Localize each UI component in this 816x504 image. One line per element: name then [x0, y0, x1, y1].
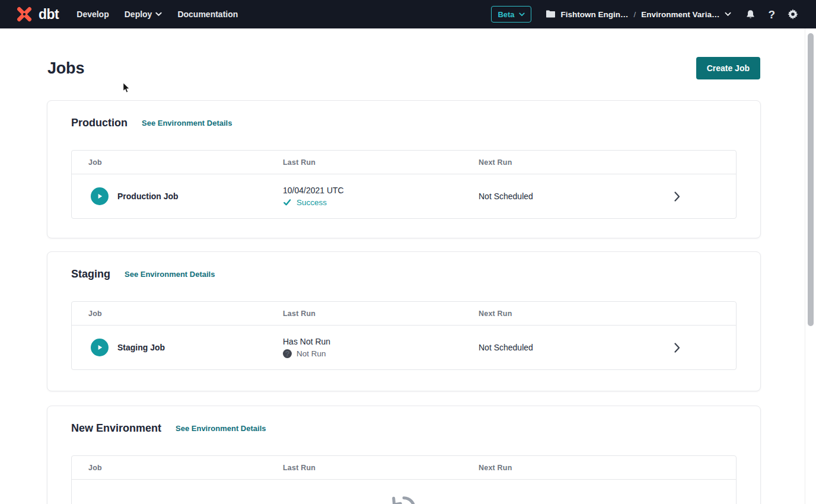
vertical-scrollbar-thumb[interactable]	[808, 33, 814, 326]
see-environment-details-link[interactable]: See Environment Details	[125, 270, 215, 279]
chevron-right-icon	[674, 343, 680, 353]
next-run-value: Not Scheduled	[462, 343, 674, 352]
last-run-status: ? Not Run	[283, 349, 462, 358]
chevron-down-icon	[155, 12, 162, 17]
create-job-button[interactable]: Create Job	[696, 57, 760, 79]
nav-item-documentation[interactable]: Documentation	[177, 9, 238, 19]
row-expand[interactable]	[674, 343, 736, 353]
chevron-down-icon	[519, 12, 525, 17]
column-header-last-run: Last Run	[266, 158, 462, 167]
column-header-job: Job	[72, 310, 266, 318]
run-job-play-button[interactable]	[91, 187, 109, 205]
environment-card-new-environment: New Environment See Environment Details …	[47, 406, 761, 504]
run-job-play-button[interactable]	[91, 339, 109, 356]
project-breadcrumb[interactable]: Fishtown Engin… / Environment Varia…	[546, 10, 732, 19]
jobs-table: Job Last Run Next Run	[71, 455, 737, 504]
question-circle-icon: ?	[283, 349, 292, 358]
see-environment-details-link[interactable]: See Environment Details	[142, 119, 232, 127]
jobs-table: Job Last Run Next Run Production Job 10/…	[71, 150, 737, 219]
environment-name: Production	[71, 117, 128, 129]
top-nav: dbt Develop Deploy Documentation Beta	[0, 0, 816, 28]
beta-label: Beta	[498, 10, 514, 19]
next-run-value: Not Scheduled	[462, 192, 674, 201]
check-icon	[283, 198, 292, 207]
nav-item-label: Develop	[76, 9, 109, 19]
breadcrumb-project[interactable]: Fishtown Engin…	[561, 10, 629, 19]
status-label: Success	[297, 198, 327, 207]
nav-item-label: Documentation	[177, 9, 238, 19]
play-icon	[95, 192, 104, 200]
table-header: Job Last Run Next Run	[72, 302, 736, 326]
settings-gear-icon[interactable]	[788, 9, 798, 20]
job-name[interactable]: Production Job	[117, 192, 179, 201]
column-header-next-run: Next Run	[462, 310, 674, 318]
table-header: Job Last Run Next Run	[72, 456, 736, 480]
column-header-last-run: Last Run	[266, 310, 462, 318]
help-icon[interactable]: ?	[768, 9, 775, 20]
nav-item-develop[interactable]: Develop	[76, 9, 109, 19]
brand-wordmark: dbt	[39, 7, 59, 23]
column-header-next-run: Next Run	[462, 464, 674, 472]
row-expand[interactable]	[674, 192, 736, 202]
play-icon	[95, 343, 104, 352]
vertical-scrollbar-track[interactable]	[805, 28, 816, 504]
environment-card-staging: Staging See Environment Details Job Last…	[47, 251, 761, 391]
job-row[interactable]: Production Job 10/04/2021 UTC Success No…	[72, 174, 736, 218]
column-header-job: Job	[72, 464, 266, 472]
folder-icon	[546, 10, 556, 18]
last-run-date: 10/04/2021 UTC	[283, 186, 462, 195]
page-title: Jobs	[47, 59, 84, 78]
mouse-cursor-icon	[122, 82, 132, 97]
job-row[interactable]: Staging Job Has Not Run ? Not Run Not Sc…	[72, 326, 736, 369]
column-header-next-run: Next Run	[462, 158, 674, 167]
chevron-right-icon	[674, 192, 680, 202]
see-environment-details-link[interactable]: See Environment Details	[176, 424, 266, 433]
notifications-bell-icon[interactable]	[745, 9, 756, 20]
dbt-logo[interactable]: dbt	[14, 4, 59, 24]
beta-dropdown-button[interactable]: Beta	[491, 6, 531, 23]
column-header-last-run: Last Run	[266, 464, 462, 472]
environment-name: Staging	[71, 268, 110, 280]
column-header-job: Job	[72, 158, 266, 167]
environment-name: New Environment	[71, 422, 161, 435]
dbt-logo-icon	[14, 4, 34, 24]
nav-item-label: Deploy	[125, 9, 152, 19]
nav-item-deploy[interactable]: Deploy	[125, 9, 162, 19]
table-header: Job Last Run Next Run	[72, 151, 736, 174]
job-name[interactable]: Staging Job	[117, 343, 165, 352]
last-run-status: Success	[283, 198, 462, 207]
jobs-table: Job Last Run Next Run Staging Job Has No…	[71, 301, 737, 370]
empty-jobs-state	[72, 480, 736, 504]
breadcrumb-page[interactable]: Environment Varia…	[641, 10, 719, 19]
environment-card-production: Production See Environment Details Job L…	[47, 100, 761, 238]
status-label: Not Run	[297, 349, 326, 358]
last-run-date: Has Not Run	[283, 337, 462, 346]
history-circle-arrow-icon	[390, 495, 417, 504]
chevron-down-icon[interactable]	[725, 12, 731, 17]
breadcrumb-separator: /	[634, 10, 636, 19]
